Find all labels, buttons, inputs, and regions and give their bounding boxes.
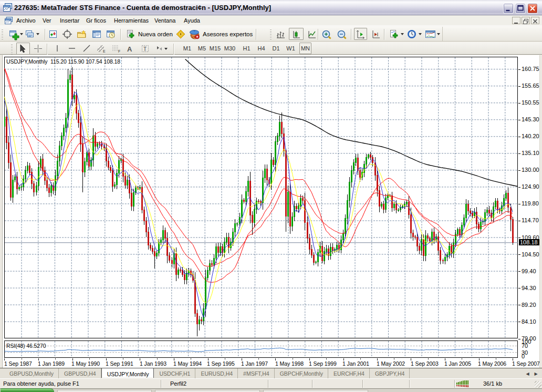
svg-text:E: E — [103, 49, 106, 53]
svg-text:T: T — [143, 46, 147, 52]
svg-text:F: F — [118, 49, 120, 53]
